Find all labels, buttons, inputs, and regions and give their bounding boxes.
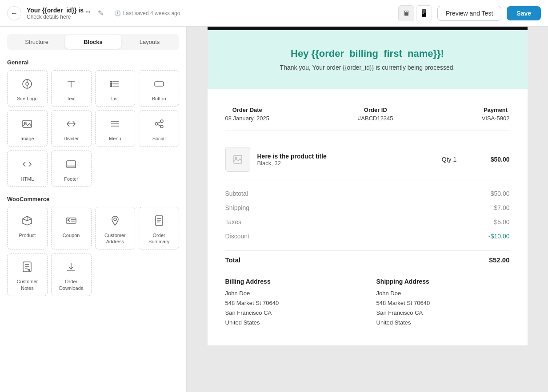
block-order-summary[interactable]: Order Summary bbox=[139, 207, 179, 250]
subtotal-label: Subtotal bbox=[225, 190, 248, 197]
divider-label: Divider bbox=[64, 135, 79, 142]
svg-rect-13 bbox=[23, 120, 32, 127]
tab-structure[interactable]: Structure bbox=[8, 35, 65, 49]
mobile-icon: 📱 bbox=[420, 9, 428, 17]
back-button[interactable]: ← bbox=[7, 6, 21, 20]
customer-notes-icon bbox=[18, 258, 36, 276]
shipping-row: Shipping $7.00 bbox=[225, 201, 510, 215]
block-social[interactable]: Social bbox=[139, 110, 179, 147]
block-product[interactable]: Product bbox=[7, 207, 48, 250]
edit-title-button[interactable]: ✎ bbox=[96, 7, 105, 19]
desktop-view-button[interactable]: 🖥 bbox=[398, 5, 414, 21]
block-customer-address[interactable]: Customer Address bbox=[95, 207, 136, 250]
hero-subtext: Thank you, Your order {{order_id}} is cu… bbox=[216, 64, 519, 71]
svg-line-23 bbox=[158, 125, 160, 126]
svg-point-33 bbox=[114, 218, 116, 221]
product-thumbnail bbox=[225, 147, 250, 172]
shipping-country: United States bbox=[376, 318, 510, 328]
footer-label: Footer bbox=[64, 176, 78, 182]
total-value: $52.00 bbox=[489, 256, 510, 264]
block-order-downloads[interactable]: Order Downloads bbox=[51, 253, 92, 296]
product-qty: Qty 1 bbox=[432, 156, 467, 163]
sidebar-tabs: Structure Blocks Layouts bbox=[7, 34, 179, 50]
shipping-street: 548 Market St 70640 bbox=[376, 298, 510, 308]
email-container: Hey {{order_billing_first_name}}! Thank … bbox=[208, 27, 528, 345]
menu-icon bbox=[106, 115, 124, 133]
order-downloads-icon bbox=[62, 258, 80, 276]
html-icon bbox=[18, 155, 36, 173]
social-label: Social bbox=[152, 135, 166, 142]
block-image[interactable]: Image bbox=[7, 110, 48, 147]
mobile-view-button[interactable]: 📱 bbox=[416, 5, 432, 21]
block-coupon[interactable]: Coupon bbox=[51, 207, 92, 250]
topbar-title: Your {{order_id}} is ... Check details h… bbox=[27, 7, 91, 20]
payment-label: Payment bbox=[482, 107, 510, 113]
total-row: Total $52.00 bbox=[225, 250, 510, 269]
save-button[interactable]: Save bbox=[507, 6, 541, 20]
order-date-value: 08 January, 2025 bbox=[225, 115, 270, 122]
block-text[interactable]: Text bbox=[51, 70, 92, 107]
taxes-row: Taxes $5.00 bbox=[225, 215, 510, 229]
product-icon bbox=[18, 212, 36, 230]
product-label: Product bbox=[19, 232, 36, 238]
billing-country: United States bbox=[225, 318, 359, 328]
hero-heading: Hey {{order_billing_first_name}}! bbox=[216, 48, 519, 59]
html-label: HTML bbox=[20, 176, 34, 182]
clock-icon: 🕐 bbox=[114, 10, 121, 16]
customer-address-icon bbox=[106, 212, 124, 230]
svg-line-27 bbox=[23, 219, 27, 221]
menu-label: Menu bbox=[109, 135, 121, 142]
last-saved: 🕐 Last saved 4 weeks ago bbox=[114, 10, 180, 16]
subtotal-value: $50.00 bbox=[491, 190, 510, 197]
billing-name: John Doe bbox=[225, 289, 359, 298]
site-logo-icon bbox=[18, 75, 36, 93]
addresses: Billing Address John Doe 548 Market St 7… bbox=[225, 269, 510, 337]
svg-rect-24 bbox=[67, 161, 76, 168]
button-icon bbox=[150, 75, 168, 93]
coupon-icon bbox=[62, 212, 80, 230]
payment-col: Payment VISA-5902 bbox=[482, 107, 510, 122]
total-label: Total bbox=[225, 256, 241, 264]
product-variant: Black, 32 bbox=[257, 160, 424, 166]
block-divider[interactable]: Divider bbox=[51, 110, 92, 147]
order-summary-icon bbox=[150, 212, 168, 230]
block-menu[interactable]: Menu bbox=[95, 110, 136, 147]
block-button[interactable]: Button bbox=[139, 70, 179, 107]
order-downloads-label: Order Downloads bbox=[54, 278, 88, 291]
block-list[interactable]: List bbox=[95, 70, 136, 107]
payment-value: VISA-5902 bbox=[482, 115, 510, 122]
block-site-logo[interactable]: Site Logo bbox=[7, 70, 48, 107]
taxes-label: Taxes bbox=[225, 218, 242, 226]
discount-row: Discount -$10.00 bbox=[225, 229, 510, 243]
discount-value: -$10.00 bbox=[488, 233, 509, 240]
svg-line-28 bbox=[27, 219, 32, 221]
discount-label: Discount bbox=[225, 233, 249, 240]
block-html[interactable]: HTML bbox=[7, 150, 48, 187]
social-icon bbox=[150, 115, 168, 133]
svg-point-11 bbox=[110, 86, 112, 87]
product-row: Here is the product title Black, 32 Qty … bbox=[225, 140, 510, 179]
order-id-col: Order ID #ABCD12345 bbox=[358, 107, 393, 122]
coupon-label: Coupon bbox=[63, 232, 80, 238]
email-body: Order Date 08 January, 2025 Order ID #AB… bbox=[208, 89, 528, 345]
svg-point-9 bbox=[110, 81, 112, 83]
shipping-label: Shipping bbox=[225, 204, 250, 211]
product-info: Here is the product title Black, 32 bbox=[257, 153, 424, 166]
order-summary-label: Order Summary bbox=[142, 232, 176, 245]
footer-icon bbox=[62, 155, 80, 173]
tab-layouts[interactable]: Layouts bbox=[121, 35, 178, 49]
block-footer[interactable]: Footer bbox=[51, 150, 92, 187]
sidebar: Structure Blocks Layouts General Site Lo… bbox=[0, 27, 187, 392]
billing-address: Billing Address John Doe 548 Market St 7… bbox=[225, 278, 359, 328]
email-subtitle: Check details here bbox=[27, 14, 91, 20]
image-label: Image bbox=[20, 135, 34, 142]
summary-rows: Subtotal $50.00 Shipping $7.00 Taxes $5.… bbox=[225, 186, 510, 243]
block-customer-notes[interactable]: Customer Notes bbox=[7, 253, 48, 296]
product-price: $50.00 bbox=[474, 156, 510, 163]
svg-point-30 bbox=[68, 219, 69, 221]
preview-and-test-button[interactable]: Preview and Test bbox=[437, 6, 501, 21]
tab-blocks[interactable]: Blocks bbox=[65, 35, 121, 49]
view-toggle: 🖥 📱 bbox=[398, 5, 432, 21]
order-id-label: Order ID bbox=[358, 107, 393, 113]
general-section-label: General bbox=[7, 59, 179, 66]
